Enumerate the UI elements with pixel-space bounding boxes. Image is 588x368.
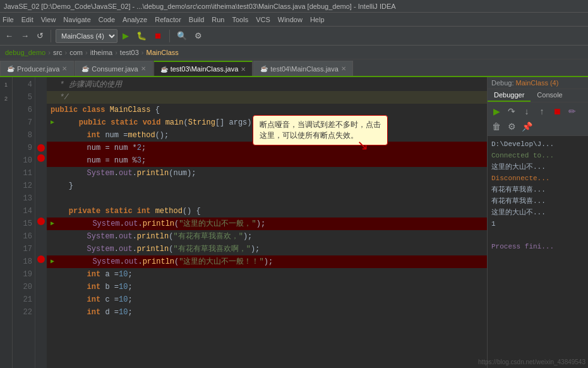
pin-button[interactable]: 📌	[520, 120, 533, 133]
debug-toolbar: ▶ ↷ ↓ ↑ ⏹ ✏ 🗑 ⚙ 📌	[488, 102, 588, 136]
toolbar: ← → ↺ MainClass (4) ▶ 🐛 ⏹ 🔍 ⚙	[0, 27, 588, 46]
menu-item-tools[interactable]: Tools	[232, 16, 248, 23]
menu-item-window[interactable]: Window	[278, 16, 303, 23]
debug-header: Debug: MainClass (4)	[488, 77, 588, 89]
menu-item-file[interactable]: File	[3, 16, 14, 23]
debug-session: MainClass (4)	[516, 79, 559, 87]
breadcrumb-item-debug[interactable]: debug_demo	[5, 49, 45, 56]
code-line-4: * 步骤调试的使用	[47, 78, 487, 91]
debug-button[interactable]: 🐛	[134, 30, 149, 42]
tab-icon-mainclass-test03: ☕	[160, 66, 168, 73]
debug-output-line-3: 这里的大山不...	[491, 161, 584, 173]
tab-close-consumer[interactable]: ✕	[141, 65, 146, 72]
tab-close-mainclass-test04[interactable]: ✕	[341, 65, 346, 72]
breakpoint-line9[interactable]	[37, 144, 45, 152]
menu-item-navigate[interactable]: Navigate	[63, 16, 90, 23]
tab-console[interactable]: Console	[531, 89, 568, 102]
tab-mainclass-test04[interactable]: ☕ test04\MainClass.java ✕	[253, 61, 353, 76]
menu-item-analyze[interactable]: Analyze	[123, 16, 147, 23]
code-line-13	[47, 192, 487, 205]
menu-item-edit[interactable]: Edit	[21, 16, 33, 23]
run-button[interactable]: ▶	[120, 30, 131, 42]
breadcrumb: debug_demo › src › com › itheima › test0…	[0, 46, 588, 59]
debug-output-line-7: 这里的大山不...	[491, 207, 584, 218]
mute-breakpoints-button[interactable]: ✏	[566, 105, 579, 118]
tab-label-mainclass-test04: test04\MainClass.java	[270, 65, 339, 73]
code-line-19: int a = 10 ;	[47, 268, 487, 281]
breakpoint-line18[interactable]	[37, 255, 45, 263]
menu-item-help[interactable]: Help	[310, 16, 325, 23]
tab-icon-consumer: ☕	[81, 65, 89, 72]
run-arrow-15: ▶	[51, 218, 58, 230]
editor-container: 4 5 6 7 8 9 10 11 12 13 14 15 16 17 18 1…	[13, 77, 487, 368]
settings-button[interactable]: ⚙	[192, 30, 205, 42]
debug-panel: Debug: MainClass (4) Debugger Console ▶ …	[487, 77, 588, 368]
breadcrumb-item-test03[interactable]: test03	[120, 49, 139, 56]
settings-debug-button[interactable]: ⚙	[505, 120, 518, 133]
breadcrumb-item-itheima[interactable]: itheima	[90, 49, 112, 56]
menu-item-refactor[interactable]: Refactor	[155, 16, 181, 23]
main-area: 1 2 4 5 6 7 8 9 10 11 12 13 14 15 16 17 …	[0, 77, 588, 368]
debug-output-line-4: Disconnecte...	[491, 173, 584, 184]
annotation-tooltip: 断点哑音，当调试到差不多时，点击这里，可以使所有断点失效。 ↘	[253, 115, 388, 145]
code-line-16: System . out . println ( "有花有草我喜欢，" );	[47, 230, 487, 243]
debug-output-line-1: D:\Develop\J...	[491, 138, 584, 150]
annotation-arrow: ↘	[357, 137, 368, 154]
tab-consumer[interactable]: ☕ Consumer.java ✕	[75, 61, 152, 76]
tab-close-mainclass-test03[interactable]: ✕	[241, 66, 246, 73]
menu-bar: FileEditViewNavigateCodeAnalyzeRefactorB…	[0, 13, 588, 27]
step-over-button[interactable]: ↷	[505, 105, 518, 118]
debug-output-line-2: Connected to...	[491, 150, 584, 161]
tab-label-mainclass-test03: test03\MainClass.java	[171, 65, 239, 73]
breakpoint-line15[interactable]	[37, 218, 45, 225]
tab-debugger[interactable]: Debugger	[488, 89, 531, 102]
tab-mainclass-test03[interactable]: ☕ test03\MainClass.java ✕	[153, 61, 253, 76]
structure-toggle[interactable]: 2	[1, 94, 11, 104]
tab-label-consumer: Consumer.java	[92, 65, 138, 73]
search-button[interactable]: 🔍	[174, 30, 189, 42]
code-line-15: ▶ System . out . println ( "这里的大山不一般，" )…	[47, 218, 487, 230]
title-bar: JavaSE_02 [D:\Demo_Code\JavaSE_02] - ...…	[0, 0, 588, 13]
project-toggle[interactable]: 1	[1, 80, 11, 90]
code-line-20: int b = 10 ;	[47, 281, 487, 293]
debug-output-line-10: Process fini...	[491, 241, 584, 252]
breadcrumb-item-src[interactable]: src	[53, 49, 63, 56]
breakpoint-line10[interactable]	[37, 154, 45, 162]
code-line-12: }	[47, 180, 487, 192]
resume-button[interactable]: ▶	[490, 105, 503, 118]
run-config-dropdown[interactable]: MainClass (4)	[56, 29, 117, 43]
clear-button[interactable]: 🗑	[490, 120, 503, 133]
code-line-10: num = num % 3 ;	[47, 154, 487, 167]
back-button[interactable]: ←	[3, 30, 16, 42]
tab-bar: ☕ Producer.java ✕ ☕ Consumer.java ✕ ☕ te…	[0, 59, 588, 77]
menu-item-code[interactable]: Code	[99, 16, 115, 23]
tab-producer[interactable]: ☕ Producer.java ✕	[0, 61, 74, 76]
menu-item-run[interactable]: Run	[212, 16, 224, 23]
menu-item-build[interactable]: Build	[189, 16, 204, 23]
menu-item-view[interactable]: View	[41, 16, 56, 23]
left-gutter: 1 2	[0, 77, 13, 368]
debug-label: Debug:	[491, 79, 516, 87]
title-text: JavaSE_02 [D:\Demo_Code\JavaSE_02] - ...…	[4, 3, 396, 10]
separator-2	[169, 30, 170, 42]
tab-icon-producer: ☕	[7, 65, 15, 72]
step-out-button[interactable]: ↑	[536, 105, 548, 118]
debug-output-line-9	[491, 230, 584, 241]
breadcrumb-item-mainclass[interactable]: MainClass	[146, 49, 178, 56]
separator-1	[51, 30, 51, 42]
tab-icon-mainclass-test04: ☕	[260, 65, 268, 72]
debug-output-line-8: 1	[491, 218, 584, 230]
step-into-button[interactable]: ↓	[520, 105, 533, 118]
stop-button[interactable]: ⏹	[152, 30, 165, 42]
code-line-21: int c = 10 ;	[47, 293, 487, 306]
debug-output-line-6: 有花有草我喜...	[491, 195, 584, 207]
refresh-button[interactable]: ↺	[34, 30, 46, 42]
tab-close-producer[interactable]: ✕	[62, 65, 67, 72]
breadcrumb-item-com[interactable]: com	[69, 49, 83, 56]
watermark-text: https://blog.csdn.net/weixin_43849543	[478, 359, 585, 365]
menu-item-vcs[interactable]: VCS	[256, 16, 270, 23]
forward-button[interactable]: →	[18, 30, 32, 42]
code-line-14: private static int method () {	[47, 205, 487, 218]
stop-button[interactable]: ⏹	[551, 105, 563, 118]
debug-tabs: Debugger Console	[488, 89, 588, 102]
